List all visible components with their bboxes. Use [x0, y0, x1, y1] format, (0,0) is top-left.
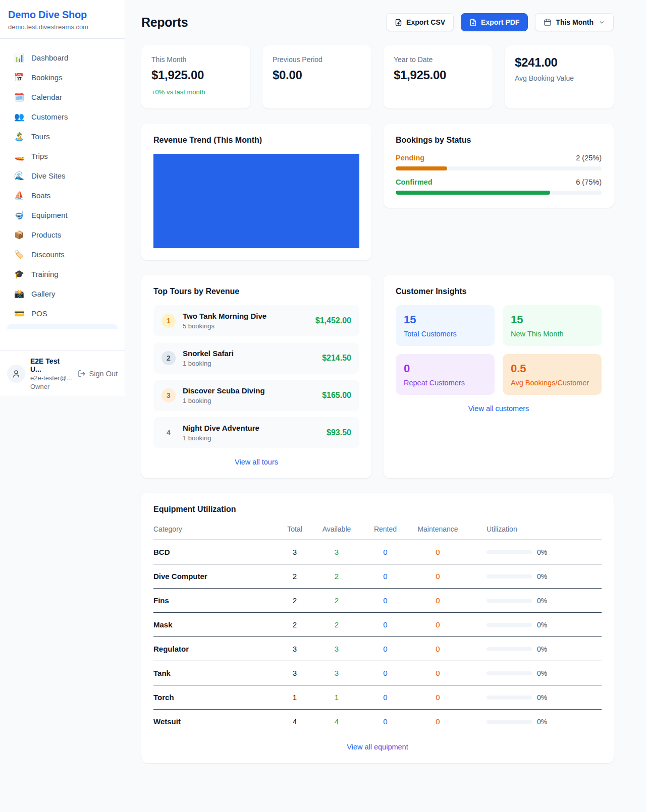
column-header: Total — [278, 523, 312, 540]
tour-revenue: $1,452.00 — [315, 316, 351, 325]
column-header: Available — [312, 523, 361, 540]
user-info: E2E Test U... e2e-tester@... Owner — [30, 357, 73, 390]
user-name: E2E Test U... — [30, 357, 73, 373]
bookings-by-status-card: Bookings by Status Pending 2 (25%) Confi… — [384, 124, 614, 208]
sidebar-item-reports-partial[interactable] — [7, 324, 118, 329]
export-csv-label: Export CSV — [406, 18, 445, 26]
cell-available: 4 — [312, 710, 361, 733]
cell-total: 2 — [278, 564, 312, 588]
cell-category: Regulator — [153, 637, 278, 661]
people-icon: 👥 — [14, 112, 24, 122]
table-row: Wetsuit 4 4 0 0 0% — [153, 710, 602, 733]
cell-maintenance: 0 — [409, 589, 466, 612]
file-download-icon — [469, 19, 477, 26]
cell-available: 2 — [312, 589, 361, 612]
cell-total: 3 — [278, 540, 312, 564]
main-content: Reports Export CSV Export PDF This Month… — [125, 0, 646, 779]
tile-value: 15 — [404, 313, 487, 326]
tour-revenue: $214.50 — [322, 354, 351, 363]
column-header: Rented — [361, 523, 409, 540]
card-title: Equipment Utilization — [153, 505, 602, 514]
sign-out-label: Sign Out — [89, 370, 118, 378]
export-csv-button[interactable]: Export CSV — [386, 13, 454, 31]
cell-utilization: 0% — [466, 613, 602, 636]
sidebar-item-discounts[interactable]: 🏷️Discounts — [4, 245, 121, 264]
tour-revenue: $165.00 — [322, 391, 351, 400]
sidebar-item-label: Equipment — [31, 211, 68, 219]
stat-value: $1,925.00 — [151, 68, 240, 82]
status-label: Pending — [396, 154, 424, 162]
cell-maintenance: 0 — [409, 637, 466, 661]
page-title: Reports — [141, 15, 188, 30]
cell-available: 3 — [312, 540, 361, 564]
period-dropdown[interactable]: This Month — [535, 13, 614, 31]
view-all-equipment-link[interactable]: View all equipment — [153, 743, 602, 751]
top-tours-card: Top Tours by Revenue 1 Two Tank Morning … — [141, 275, 371, 478]
sidebar-item-pos[interactable]: 💳POS — [4, 304, 121, 323]
sidebar-item-training[interactable]: 🎓Training — [4, 264, 121, 284]
boat-icon: 🚤 — [14, 151, 24, 161]
tile-label: Avg Bookings/Customer — [511, 379, 594, 387]
logout-icon — [78, 370, 86, 378]
sidebar-item-gallery[interactable]: 📸Gallery — [4, 284, 121, 304]
sidebar-item-equipment[interactable]: 🤿Equipment — [4, 205, 121, 225]
tile-label: Repeat Customers — [404, 379, 487, 387]
rank-badge: 3 — [162, 388, 176, 402]
rank-badge: 4 — [162, 426, 176, 440]
sidebar-item-label: Products — [31, 230, 61, 239]
package-icon: 📦 — [14, 230, 24, 240]
utilization-percent: 0% — [537, 718, 547, 726]
sidebar-item-customers[interactable]: 👥Customers — [4, 107, 121, 127]
utilization-bar — [487, 623, 532, 627]
cell-maintenance: 0 — [409, 661, 466, 685]
rank-badge: 1 — [162, 314, 176, 328]
sidebar-item-bookings[interactable]: 📅Bookings — [4, 68, 121, 87]
tile-total-customers: 15 Total Customers — [396, 305, 495, 346]
sidebar-item-tours[interactable]: 🏝️Tours — [4, 127, 121, 146]
cell-rented: 0 — [361, 661, 409, 685]
utilization-bar — [487, 671, 532, 675]
cell-category: Fins — [153, 589, 278, 612]
table-row: Dive Computer 2 2 0 0 0% — [153, 564, 602, 589]
sidebar-item-dive-sites[interactable]: 🌊Dive Sites — [4, 166, 121, 186]
sidebar-item-label: Dashboard — [31, 53, 68, 62]
tour-name: Snorkel Safari — [183, 349, 315, 358]
tour-bookings: 1 booking — [183, 397, 315, 404]
sidebar-item-boats[interactable]: ⛵Boats — [4, 186, 121, 205]
utilization-percent: 0% — [537, 597, 547, 605]
tile-label: New This Month — [511, 330, 594, 338]
diving-mask-icon: 🤿 — [14, 210, 24, 220]
tour-revenue: $93.50 — [327, 428, 351, 437]
stat-card-previous-period: Previous Period $0.00 — [262, 45, 371, 108]
sidebar-item-products[interactable]: 📦Products — [4, 225, 121, 245]
user-email: e2e-tester@... — [30, 374, 73, 382]
stat-delta: +0% vs last month — [151, 88, 240, 96]
cell-utilization: 0% — [466, 589, 602, 612]
stat-label: This Month — [151, 55, 240, 64]
cell-rented: 0 — [361, 564, 409, 588]
cell-category: Dive Computer — [153, 564, 278, 588]
cell-maintenance: 0 — [409, 710, 466, 733]
view-all-customers-link[interactable]: View all customers — [396, 404, 602, 413]
cell-rented: 0 — [361, 685, 409, 709]
sidebar-header: Demo Dive Shop demo.test.divestreams.com — [0, 0, 125, 39]
sidebar-item-label: Trips — [31, 152, 48, 160]
tile-label: Total Customers — [404, 330, 487, 338]
shop-name: Demo Dive Shop — [8, 9, 117, 21]
status-count: 2 (25%) — [576, 154, 602, 162]
sidebar-item-calendar[interactable]: 🗓️Calendar — [4, 87, 121, 107]
tag-icon: 🏷️ — [14, 250, 24, 259]
view-all-tours-link[interactable]: View all tours — [153, 458, 359, 466]
utilization-percent: 0% — [537, 548, 547, 556]
sign-out-button[interactable]: Sign Out — [78, 370, 118, 378]
period-label: This Month — [556, 18, 594, 26]
tour-name: Night Dive Adventure — [183, 424, 319, 432]
calendar-icon — [544, 18, 552, 26]
table-row: Fins 2 2 0 0 0% — [153, 589, 602, 613]
sidebar-item-trips[interactable]: 🚤Trips — [4, 146, 121, 166]
export-pdf-button[interactable]: Export PDF — [461, 13, 528, 31]
tour-name: Discover Scuba Diving — [183, 386, 315, 395]
table-header-row: Category Total Available Rented Maintena… — [153, 523, 602, 540]
sidebar-item-dashboard[interactable]: 📊Dashboard — [4, 48, 121, 68]
file-download-icon — [395, 19, 402, 26]
